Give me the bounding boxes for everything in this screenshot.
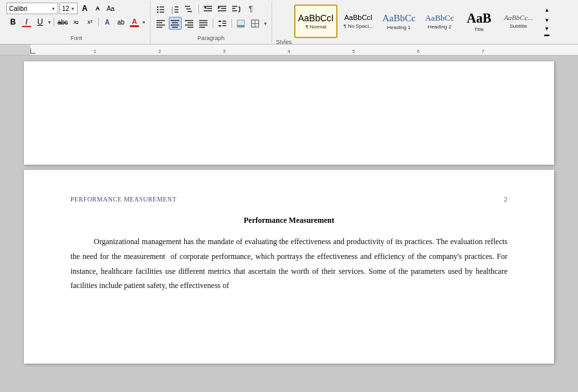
font-name-dropdown[interactable]: Calibri ▼ — [6, 3, 58, 14]
ruler-tab-marker[interactable] — [30, 48, 36, 54]
svg-rect-20 — [218, 6, 226, 7]
svg-rect-42 — [199, 22, 208, 23]
ruler: 1 2 3 4 5 6 7 — [0, 44, 578, 56]
svg-rect-9 — [175, 9, 178, 10]
line-spacing-icon — [218, 19, 226, 28]
ruler-mark-4: 4 — [288, 49, 290, 54]
subscript-button[interactable]: x₂ — [70, 15, 83, 28]
increase-indent-icon — [218, 5, 226, 14]
ruler-inner: 1 2 3 4 5 6 7 — [30, 45, 578, 55]
svg-rect-1 — [160, 6, 164, 8]
svg-rect-34 — [172, 22, 178, 23]
styles-scroll-down[interactable]: ▼ — [541, 15, 553, 25]
font-size-dropdown[interactable]: 12 ▼ — [59, 3, 78, 14]
svg-text:3.: 3. — [171, 10, 173, 14]
bullets-button[interactable] — [155, 3, 167, 15]
svg-rect-25 — [232, 10, 237, 12]
italic-button[interactable]: I — [20, 15, 33, 28]
bold-button[interactable]: B — [6, 15, 19, 28]
body-paragraph-1: Organizational management has the mandat… — [70, 234, 508, 293]
svg-rect-3 — [160, 9, 164, 10]
svg-marker-46 — [218, 25, 222, 27]
page-2[interactable]: PERFORMANCE MEASUREMENT 2 Performance Me… — [24, 170, 554, 364]
svg-rect-33 — [171, 20, 179, 21]
svg-rect-41 — [199, 20, 208, 21]
styles-scroll-up[interactable]: ▲ — [541, 5, 553, 15]
text-effects-button[interactable]: A — [101, 15, 114, 28]
align-left-button[interactable] — [155, 17, 167, 30]
align-right-button[interactable] — [183, 17, 196, 30]
svg-rect-30 — [156, 22, 162, 23]
style-heading2[interactable]: AaBbCc Heading 2 — [421, 5, 458, 38]
clear-format-button[interactable]: Aa — [105, 3, 116, 14]
svg-rect-51 — [237, 25, 244, 27]
svg-rect-40 — [187, 26, 193, 28]
styles-expand[interactable]: ▼▬ — [541, 25, 553, 38]
svg-rect-49 — [222, 25, 226, 26]
align-right-icon — [185, 19, 193, 28]
bullets-icon — [156, 5, 165, 14]
svg-rect-14 — [187, 11, 192, 12]
style-normal[interactable]: AaBbCcI ¶ Normal — [294, 5, 337, 38]
svg-rect-18 — [204, 10, 212, 12]
strikethrough-button[interactable]: abc — [56, 15, 69, 28]
font-color-button[interactable]: A — [128, 15, 141, 28]
paragraph-group-label: Paragraph — [197, 35, 224, 41]
ruler-mark-6: 6 — [417, 49, 420, 54]
decrease-indent-icon — [204, 5, 212, 14]
style-title-label: Title — [474, 26, 484, 32]
line-spacing-button[interactable] — [216, 17, 229, 30]
svg-rect-44 — [199, 26, 205, 28]
svg-rect-43 — [199, 25, 208, 26]
multilevel-icon — [185, 5, 193, 14]
sort-button[interactable] — [230, 3, 243, 15]
increase-indent-button[interactable] — [216, 3, 229, 15]
decrease-indent-button[interactable] — [202, 3, 215, 15]
borders-arrow[interactable]: ▼ — [263, 21, 268, 26]
style-h1-label: Heading 1 — [387, 25, 411, 30]
style-heading1[interactable]: AaBbCc Heading 1 — [379, 5, 419, 38]
superscript-button[interactable]: x² — [83, 15, 96, 28]
sort-icon — [232, 5, 241, 14]
svg-marker-27 — [239, 11, 241, 13]
justify-button[interactable] — [197, 17, 210, 30]
style-h1-preview: AaBbCc — [382, 12, 416, 24]
shading-button[interactable] — [235, 17, 248, 30]
document-area: PERFORMANCE MEASUREMENT 2 Performance Me… — [0, 56, 578, 380]
svg-rect-16 — [204, 6, 212, 7]
style-no-spacing-label: ¶ No Spaci... — [343, 23, 373, 29]
align-center-button[interactable] — [169, 17, 182, 30]
font-color-arrow[interactable]: ▼ — [142, 20, 146, 25]
font-grow-button[interactable]: A — [79, 3, 91, 14]
numbering-icon: 1.2.3. — [171, 5, 179, 14]
page-body[interactable]: Organizational management has the mandat… — [70, 234, 508, 293]
ruler-mark-2: 2 — [158, 49, 161, 54]
multilevel-button[interactable] — [183, 3, 196, 15]
highlight-button[interactable]: ab — [114, 15, 127, 28]
style-subtitle-label: Subtitle — [510, 23, 528, 29]
show-marks-button[interactable]: ¶ — [244, 3, 257, 15]
style-no-spacing[interactable]: AaBbCcI ¶ No Spaci... — [339, 5, 377, 38]
style-title[interactable]: AaB Title — [460, 5, 498, 38]
style-h2-label: Heading 2 — [428, 24, 451, 30]
font-group: Calibri ▼ 12 ▼ A A Aa B I U ▼ — [3, 1, 151, 43]
ruler-mark-5: 5 — [352, 49, 355, 54]
svg-rect-22 — [218, 10, 226, 12]
underline-arrow[interactable]: ▼ — [47, 20, 52, 25]
svg-point-2 — [157, 8, 158, 10]
svg-marker-26 — [239, 6, 241, 8]
borders-button[interactable] — [249, 17, 262, 30]
font-color-a: A — [132, 17, 137, 25]
style-subtitle-preview: AaBbCc... — [504, 14, 533, 22]
numbering-button[interactable]: 1.2.3. — [169, 3, 182, 15]
underline-button[interactable]: U — [34, 15, 47, 28]
style-no-spacing-preview: AaBbCcI — [344, 14, 372, 22]
svg-rect-24 — [232, 8, 235, 9]
ruler-dark-left — [0, 45, 30, 55]
svg-rect-32 — [156, 26, 162, 28]
align-left-icon — [156, 19, 165, 28]
sep1 — [54, 17, 54, 26]
align-center-icon — [171, 19, 179, 28]
font-shrink-button[interactable]: A — [92, 3, 103, 14]
style-subtitle[interactable]: AaBbCc... Subtitle — [500, 5, 537, 38]
